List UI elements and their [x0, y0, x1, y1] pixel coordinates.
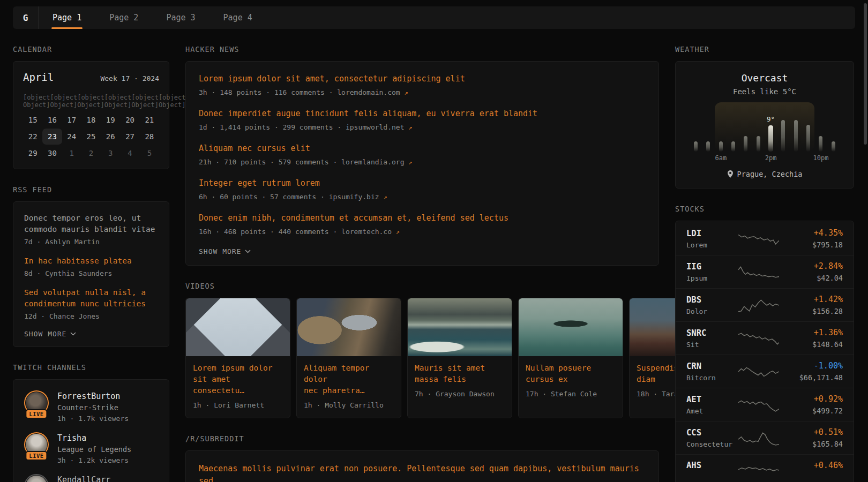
page-tabs: Page 1 Page 2 Page 3 Page 4	[39, 6, 266, 29]
external-link-icon[interactable]: ↗	[408, 124, 412, 131]
hn-show-more-button[interactable]: SHOW MORE	[199, 247, 251, 255]
stock-row[interactable]: SNRC Sit +1.36% $148.64	[676, 321, 854, 355]
page-tab[interactable]: Page 1	[39, 6, 95, 29]
hn-story-title[interactable]: Donec enim nibh, condimentum et accumsan…	[199, 213, 646, 224]
stock-row[interactable]: DBS Dolor +1.42% $156.28	[676, 288, 854, 321]
chevron-down-icon	[245, 250, 251, 253]
stock-symbol[interactable]: LDI	[686, 229, 738, 238]
stock-row[interactable]: AHS +0.46%	[676, 454, 854, 482]
video-title[interactable]: Lorem ipsum dolor sit amet consectetu…	[193, 363, 283, 396]
stock-row[interactable]: AET Amet +0.92% $499.72	[676, 388, 854, 421]
stock-price: $66,171.48	[780, 373, 843, 382]
video-card[interactable]: Lorem ipsum dolor sit amet consectetu… 1…	[185, 298, 290, 418]
channel-meta: 1h · 1.7k viewers	[57, 413, 129, 424]
stock-identity: AET Amet	[686, 395, 738, 415]
video-thumbnail[interactable]	[408, 298, 512, 356]
weather-hourly-chart: 6am	[690, 104, 840, 161]
avatar-image	[26, 476, 47, 482]
hn-story-meta-text: 1d · 1,414 points · 299 comments · ipsum…	[199, 123, 405, 131]
stock-symbol[interactable]: AHS	[686, 461, 738, 470]
calendar-date: 28	[140, 129, 159, 145]
stock-symbol[interactable]: SNRC	[686, 328, 738, 338]
avatar: LIVE	[24, 474, 49, 482]
weather-hour-slot: 10pm	[814, 104, 827, 152]
avatar: LIVE	[24, 432, 49, 457]
video-thumbnail[interactable]	[519, 298, 623, 356]
rss-item-title[interactable]: In hac habitasse platea	[24, 255, 158, 267]
rss-item: Sed volutpat nulla nisl, a condimentum n…	[24, 287, 158, 321]
video-thumbnail[interactable]	[297, 298, 401, 356]
stock-price: $156.28	[780, 307, 843, 315]
channel-name[interactable]: KendallCarr	[57, 475, 110, 482]
stock-symbol[interactable]: IIG	[686, 262, 738, 272]
rss-item-meta: 7d · Ashlyn Martin	[24, 237, 158, 247]
hn-story-title[interactable]: Donec imperdiet augue tincidunt felis al…	[199, 108, 646, 119]
stock-sparkline	[738, 298, 779, 313]
video-title[interactable]: Nullam posuere cursus ex	[526, 363, 616, 385]
stock-sparkline	[738, 231, 779, 246]
stock-symbol[interactable]: CCS	[686, 428, 738, 438]
stock-symbol[interactable]: AET	[686, 395, 738, 404]
calendar-date: 2	[81, 145, 101, 161]
external-link-icon[interactable]: ↗	[383, 193, 387, 201]
channel-name[interactable]: Trisha	[57, 433, 131, 443]
hn-story-title[interactable]: Integer eget rutrum lorem	[199, 178, 646, 189]
video-thumbnail[interactable]	[186, 298, 290, 356]
video-info: Mauris sit amet massa felis 7h · Grayson…	[408, 356, 512, 406]
twitch-channel-row[interactable]: LIVE KendallCarr	[24, 474, 158, 482]
video-title[interactable]: Suspendisse diam	[637, 363, 678, 385]
video-title[interactable]: Mauris sit amet massa felis	[415, 363, 505, 385]
rss-item-title[interactable]: Donec tempor eros leo, ut commodo mauris…	[24, 213, 158, 235]
stock-row[interactable]: CRN Bitcorn -1.00% $66,171.48	[676, 355, 854, 388]
hn-story-title[interactable]: Lorem ipsum dolor sit amet, consectetur …	[199, 73, 646, 85]
stock-row[interactable]: LDI Lorem +4.35% $795.18	[676, 222, 854, 255]
external-link-icon[interactable]: ↗	[396, 228, 400, 236]
rss-show-more-button[interactable]: SHOW MORE	[24, 330, 76, 338]
calendar-day-name: [object Object]	[77, 94, 104, 109]
app-logo[interactable]: G	[13, 6, 39, 29]
channel-name[interactable]: ForrestBurton	[57, 391, 129, 401]
weather-hour-bar	[768, 125, 773, 152]
reddit-post-title[interactable]: Maecenas mollis pulvinar erat non posuer…	[199, 463, 646, 482]
stock-row[interactable]: CCS Consectetur +0.51% $165.84	[676, 421, 854, 454]
stock-values: -1.00% $66,171.48	[780, 361, 843, 382]
video-card[interactable]: Aliquam tempor dolor nec pharetra… 1h · …	[296, 298, 401, 418]
hn-story-meta-text: 21h · 710 points · 579 comments · loreml…	[199, 158, 405, 166]
stock-row[interactable]: IIG Ipsum +2.84% $42.04	[676, 255, 854, 288]
hn-story: Integer eget rutrum lorem 6h · 60 points…	[199, 178, 646, 202]
hn-story-meta-text: 16h · 468 points · 440 comments · loremt…	[199, 228, 392, 236]
video-thumbnail[interactable]	[630, 298, 678, 356]
video-card[interactable]: Suspendisse diam 18h · Tara	[629, 298, 678, 418]
page-tab[interactable]: Page 4	[209, 6, 266, 29]
channel-category[interactable]: League of Legends	[57, 445, 131, 454]
channel-category[interactable]: Counter-Strike	[57, 403, 129, 412]
weather-hour-slot: 9° 2pm	[765, 104, 777, 152]
stock-identity: IIG Ipsum	[686, 262, 738, 282]
rss-item-title[interactable]: Sed volutpat nulla nisl, a condimentum n…	[24, 287, 158, 310]
twitch-channel-row[interactable]: LIVE ForrestBurton Counter-Strike 1h · 1…	[24, 390, 158, 424]
external-link-icon[interactable]: ↗	[408, 159, 412, 166]
subreddit-widget: Maecenas mollis pulvinar erat non posuer…	[185, 450, 659, 482]
right-column: WEATHER Overcast Feels like 5°C	[675, 29, 854, 482]
video-info: Lorem ipsum dolor sit amet consectetu… 1…	[186, 356, 290, 418]
video-meta: 1h · Lori Barnett	[193, 400, 283, 410]
twitch-channel-row[interactable]: LIVE Trisha League of Legends 3h · 1.2k …	[24, 432, 158, 465]
avatar: LIVE	[24, 390, 49, 415]
stock-symbol[interactable]: DBS	[686, 295, 738, 305]
calendar-date: 18	[81, 112, 101, 128]
calendar-day-names: [object Object][object Object][object Ob…	[23, 94, 159, 109]
calendar-month: April	[23, 71, 54, 83]
hn-story: Aliquam nec cursus elit 21h · 710 points…	[199, 143, 646, 168]
video-card[interactable]: Mauris sit amet massa felis 7h · Grayson…	[407, 298, 512, 418]
scrollbar	[863, 0, 868, 482]
stock-change: +0.51%	[780, 427, 843, 437]
external-link-icon[interactable]: ↗	[405, 89, 408, 96]
video-card[interactable]: Nullam posuere cursus ex 17h · Stefan Co…	[518, 298, 623, 418]
video-title[interactable]: Aliquam tempor dolor nec pharetra…	[304, 363, 394, 396]
stock-symbol[interactable]: CRN	[686, 362, 738, 371]
page-tab[interactable]: Page 3	[152, 6, 209, 29]
page-tab[interactable]: Page 2	[95, 6, 152, 29]
scrollbar-thumb[interactable]	[864, 3, 867, 145]
hn-story: Donec imperdiet augue tincidunt felis al…	[199, 108, 646, 133]
hn-story-title[interactable]: Aliquam nec cursus elit	[199, 143, 646, 154]
